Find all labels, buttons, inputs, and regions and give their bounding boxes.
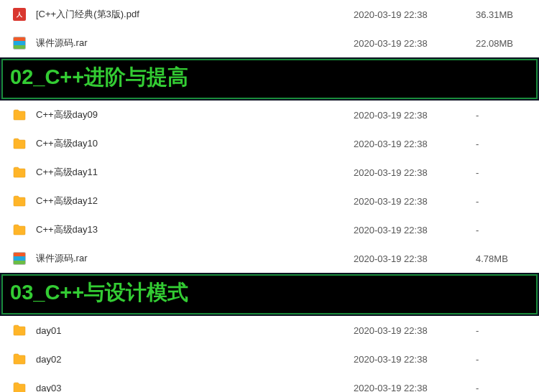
- file-size: -: [476, 354, 526, 365]
- file-row[interactable]: C++高级day122020-03-19 22:38-: [0, 187, 539, 215]
- folder-icon: [13, 224, 26, 235]
- file-size: -: [476, 139, 526, 149]
- file-size: -: [476, 325, 526, 336]
- file-icon-slot: [13, 252, 26, 265]
- file-row[interactable]: day012020-03-19 22:38-: [0, 316, 539, 345]
- file-date: 2020-03-19 22:38: [354, 253, 476, 264]
- file-icon-slot: 人: [13, 8, 26, 21]
- file-size: -: [476, 383, 526, 393]
- file-icon-slot: [13, 223, 26, 236]
- file-icon-slot: [13, 195, 26, 207]
- file-icon-slot: [13, 381, 26, 392]
- file-icon-slot: [13, 166, 26, 179]
- section-header: 02_C++进阶与提高: [1, 59, 538, 99]
- file-list: C++高级day092020-03-19 22:38-C++高级day10202…: [0, 101, 539, 273]
- file-list: 人[C++入门经典(第3版).pdf2020-03-19 22:3836.31M…: [0, 0, 539, 57]
- folder-icon: [13, 109, 26, 121]
- file-icon-slot: [13, 324, 26, 337]
- file-date: 2020-03-19 22:38: [354, 167, 476, 178]
- file-date: 2020-03-19 22:38: [354, 325, 476, 336]
- file-name: 课件源码.rar: [36, 37, 354, 50]
- file-size: 36.31MB: [476, 9, 526, 20]
- file-row[interactable]: 课件源码.rar2020-03-19 22:3822.08MB: [0, 29, 539, 57]
- folder-icon: [13, 382, 26, 392]
- file-date: 2020-03-19 22:38: [354, 139, 476, 149]
- file-name: C++高级day09: [36, 108, 354, 121]
- file-date: 2020-03-19 22:38: [354, 225, 476, 235]
- file-name: day01: [36, 325, 354, 336]
- file-name: C++高级day10: [36, 137, 354, 150]
- file-row[interactable]: C++高级day102020-03-19 22:38-: [0, 129, 539, 158]
- file-size: 22.08MB: [476, 38, 526, 49]
- folder-icon: [13, 353, 26, 365]
- file-list: day012020-03-19 22:38-day022020-03-19 22…: [0, 316, 539, 392]
- file-icon-slot: [13, 37, 26, 50]
- file-row[interactable]: day022020-03-19 22:38-: [0, 345, 539, 373]
- file-row[interactable]: 人[C++入门经典(第3版).pdf2020-03-19 22:3836.31M…: [0, 0, 539, 29]
- rar-icon: [13, 252, 26, 265]
- rar-icon: [13, 37, 26, 50]
- file-date: 2020-03-19 22:38: [354, 9, 476, 20]
- file-name: day03: [36, 383, 354, 393]
- folder-icon: [13, 195, 26, 207]
- pdf-icon: 人: [13, 8, 26, 21]
- file-row[interactable]: C++高级day132020-03-19 22:38-: [0, 215, 539, 244]
- file-date: 2020-03-19 22:38: [354, 38, 476, 49]
- section-title: 03_C++与设计模式: [10, 279, 529, 307]
- folder-icon: [13, 167, 26, 178]
- file-name: C++高级day12: [36, 195, 354, 207]
- file-date: 2020-03-19 22:38: [354, 196, 476, 207]
- file-size: -: [476, 167, 526, 178]
- file-row[interactable]: day032020-03-19 22:38-: [0, 373, 539, 392]
- file-row[interactable]: C++高级day092020-03-19 22:38-: [0, 101, 539, 129]
- file-icon-slot: [13, 108, 26, 121]
- file-name: 课件源码.rar: [36, 252, 354, 265]
- section-header: 03_C++与设计模式: [1, 274, 538, 314]
- file-row[interactable]: 课件源码.rar2020-03-19 22:384.78MB: [0, 244, 539, 273]
- file-row[interactable]: C++高级day112020-03-19 22:38-: [0, 158, 539, 187]
- file-icon-slot: [13, 353, 26, 365]
- section-title: 02_C++进阶与提高: [10, 63, 529, 92]
- file-date: 2020-03-19 22:38: [354, 110, 476, 121]
- file-size: 4.78MB: [476, 253, 526, 264]
- file-size: -: [476, 110, 526, 121]
- folder-icon: [13, 138, 26, 149]
- folder-icon: [13, 325, 26, 336]
- file-date: 2020-03-19 22:38: [354, 354, 476, 365]
- file-icon-slot: [13, 137, 26, 150]
- file-name: [C++入门经典(第3版).pdf: [36, 8, 354, 21]
- file-size: -: [476, 225, 526, 235]
- file-date: 2020-03-19 22:38: [354, 383, 476, 393]
- file-name: day02: [36, 354, 354, 365]
- file-size: -: [476, 196, 526, 207]
- file-name: C++高级day11: [36, 166, 354, 179]
- file-name: C++高级day13: [36, 223, 354, 236]
